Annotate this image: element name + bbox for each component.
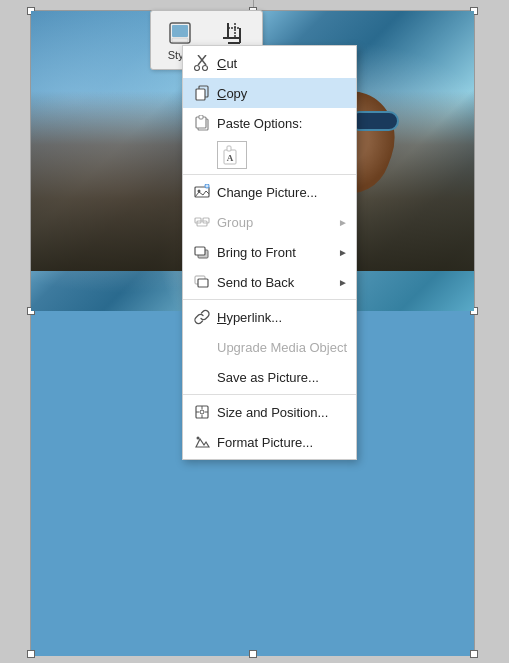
separator-3 <box>183 394 356 395</box>
copy-label: Copy <box>217 86 348 101</box>
svg-text:A: A <box>227 153 234 163</box>
style-icon <box>166 19 194 47</box>
cut-icon <box>191 52 213 74</box>
size-position-label: Size and Position... <box>217 405 348 420</box>
menu-item-hyperlink[interactable]: Hyperlink... <box>183 302 356 332</box>
menu-item-change-picture[interactable]: Change Picture... <box>183 177 356 207</box>
crop-icon <box>219 19 247 47</box>
hyperlink-icon <box>191 306 213 328</box>
handle-bottom-right[interactable] <box>470 650 478 658</box>
svg-rect-30 <box>195 247 205 255</box>
hyperlink-label: Hyperlink... <box>217 310 348 325</box>
upgrade-media-label: Upgrade Media Object <box>217 340 348 355</box>
handle-bottom-left[interactable] <box>27 650 35 658</box>
separator-1 <box>183 174 356 175</box>
paste-options-label: Paste Options: <box>217 116 348 131</box>
svg-point-38 <box>200 410 204 414</box>
svg-rect-2 <box>172 38 188 42</box>
svg-point-11 <box>195 66 200 71</box>
svg-rect-14 <box>196 89 205 100</box>
change-picture-icon <box>191 181 213 203</box>
save-as-picture-label: Save as Picture... <box>217 370 348 385</box>
upgrade-media-icon <box>191 336 213 358</box>
svg-point-12 <box>203 66 208 71</box>
menu-item-bring-to-front[interactable]: Bring to Front ► <box>183 237 356 267</box>
paste-icons-row: A <box>183 138 356 172</box>
send-to-back-label: Send to Back <box>217 275 338 290</box>
copy-icon <box>191 82 213 104</box>
menu-item-copy[interactable]: Copy <box>183 78 356 108</box>
format-picture-icon <box>191 431 213 453</box>
menu-item-upgrade-media: Upgrade Media Object <box>183 332 356 362</box>
bring-to-front-label: Bring to Front <box>217 245 338 260</box>
menu-item-save-as-picture[interactable]: Save as Picture... <box>183 362 356 392</box>
bring-to-front-arrow: ► <box>338 247 348 258</box>
cut-label: Cut <box>217 56 348 71</box>
send-to-back-arrow: ► <box>338 277 348 288</box>
context-menu: Cut Copy Paste Options: <box>182 45 357 460</box>
paste-header-icon <box>191 112 213 134</box>
menu-item-send-to-back[interactable]: Send to Back ► <box>183 267 356 297</box>
svg-rect-17 <box>199 115 203 119</box>
svg-rect-32 <box>198 279 208 287</box>
menu-item-format-picture[interactable]: Format Picture... <box>183 427 356 457</box>
size-position-icon <box>191 401 213 423</box>
menu-item-cut[interactable]: Cut <box>183 48 356 78</box>
separator-2 <box>183 299 356 300</box>
group-label: Group <box>217 215 338 230</box>
handle-bottom-center[interactable] <box>249 650 257 658</box>
change-picture-label: Change Picture... <box>217 185 348 200</box>
canvas-area: Style Crop <box>0 0 509 663</box>
svg-rect-1 <box>172 25 188 37</box>
svg-point-39 <box>197 437 200 440</box>
send-to-back-icon <box>191 271 213 293</box>
group-icon <box>191 211 213 233</box>
menu-item-paste-options: Paste Options: <box>183 108 356 138</box>
menu-item-group: Group ► <box>183 207 356 237</box>
paste-icon-a[interactable]: A <box>217 141 247 169</box>
group-arrow: ► <box>338 217 348 228</box>
save-as-picture-icon <box>191 366 213 388</box>
svg-rect-19 <box>227 146 231 151</box>
menu-item-size-and-position[interactable]: Size and Position... <box>183 397 356 427</box>
format-picture-label: Format Picture... <box>217 435 348 450</box>
bring-to-front-icon <box>191 241 213 263</box>
